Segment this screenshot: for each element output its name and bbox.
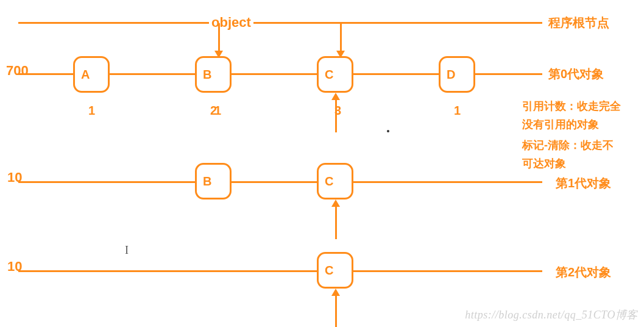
box-letter: C — [325, 264, 333, 278]
gen2-threshold: 10 — [7, 259, 22, 275]
box-letter: C — [325, 68, 333, 82]
gen2-label: 第2代对象 — [556, 264, 611, 281]
gen0-threshold: 700 — [6, 63, 29, 79]
gen0-box-a: A — [73, 56, 110, 93]
gen2-box-c: C — [317, 252, 353, 289]
gen2-line — [18, 270, 542, 272]
box-letter: D — [447, 68, 455, 82]
text-cursor: I — [125, 244, 129, 257]
object-label: object — [209, 15, 253, 31]
box-letter: B — [203, 174, 211, 189]
root-node-label: 程序根节点 — [548, 15, 609, 31]
stray-dot — [387, 130, 389, 132]
notes-line-3: 标记-清除：收走不 — [522, 138, 614, 153]
top-rule-line — [18, 22, 542, 24]
gen1-box-c: C — [317, 163, 353, 199]
notes-line-2: 没有引用的对象 — [522, 117, 599, 132]
gen1-label: 第1代对象 — [556, 175, 611, 192]
notes-line-4: 可达对象 — [522, 156, 566, 171]
gen1-threshold: 10 — [7, 170, 22, 185]
gen0-box-b: B — [195, 56, 232, 93]
watermark-text: https://blog.csdn.net/qq_51CTO博客 — [465, 307, 638, 322]
gen0-label: 第0代对象 — [548, 66, 604, 82]
gen0-count-d: 1 — [454, 104, 461, 118]
gen1-line — [18, 181, 542, 183]
box-letter: A — [81, 68, 90, 82]
gen1-box-b: B — [195, 163, 232, 199]
box-letter: C — [325, 174, 333, 189]
gen0-count-b-overlay: 1 — [214, 104, 221, 118]
gen0-box-d: D — [439, 56, 475, 93]
gen0-count-a: 1 — [88, 104, 95, 118]
notes-line-1: 引用计数：收走完全 — [522, 99, 621, 113]
gen0-box-c: C — [317, 56, 353, 93]
box-letter: B — [203, 68, 211, 82]
